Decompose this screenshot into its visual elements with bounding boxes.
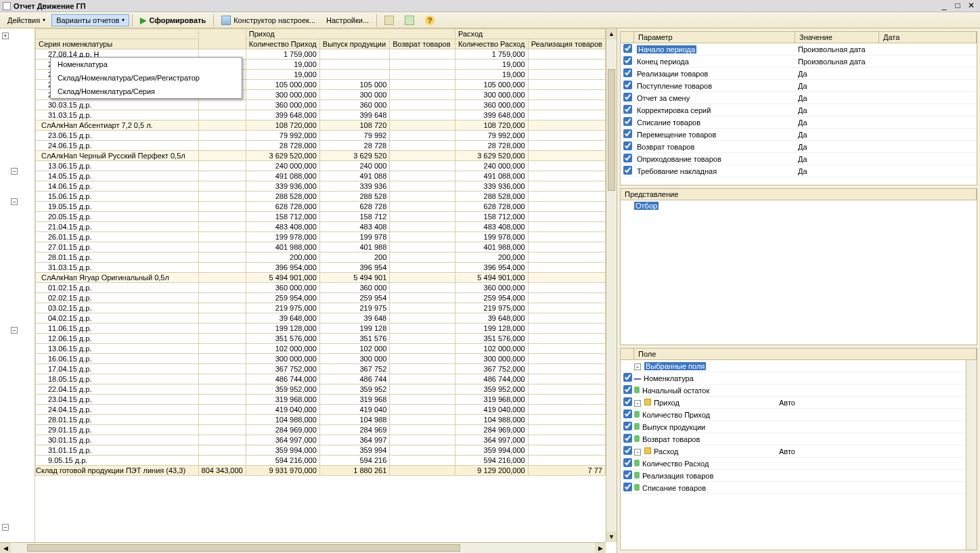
row-name[interactable]: 21.04.15 д.р.: [36, 222, 199, 232]
param-checkbox[interactable]: [623, 141, 632, 150]
cell[interactable]: [528, 242, 605, 252]
cell[interactable]: 7 77: [528, 466, 605, 476]
param-value[interactable]: Да: [795, 70, 879, 78]
param-checkbox[interactable]: [623, 154, 632, 162]
field-row[interactable]: Списание товаров: [621, 482, 966, 494]
cell[interactable]: [390, 313, 455, 324]
param-value[interactable]: Да: [795, 82, 879, 90]
cell[interactable]: [198, 161, 246, 171]
cell[interactable]: 401 988,000: [455, 242, 528, 252]
cell[interactable]: [390, 415, 455, 425]
cell[interactable]: 288 528: [319, 192, 389, 202]
cell[interactable]: [198, 232, 246, 242]
row-name[interactable]: 11.06.15 д.р.: [36, 324, 199, 334]
cell[interactable]: [390, 80, 455, 90]
cell[interactable]: [198, 222, 246, 232]
cell[interactable]: [528, 202, 605, 212]
help-button[interactable]: ?: [420, 14, 439, 27]
cell[interactable]: 19,000: [246, 70, 319, 80]
cell[interactable]: [198, 273, 246, 283]
cell[interactable]: 628 728,000: [455, 202, 528, 212]
cell[interactable]: [528, 435, 605, 445]
field-row[interactable]: - Приход Авто: [621, 397, 966, 409]
cell[interactable]: [528, 222, 605, 232]
cell[interactable]: 339 936,000: [246, 181, 319, 192]
cell[interactable]: [198, 263, 246, 273]
cell[interactable]: [390, 364, 455, 374]
cell[interactable]: [390, 242, 455, 252]
cell[interactable]: [528, 232, 605, 242]
restore-button[interactable]: □: [952, 1, 964, 11]
cell[interactable]: 319 968,000: [455, 395, 528, 405]
header-income[interactable]: Приход: [246, 29, 455, 39]
param-value[interactable]: Да: [795, 131, 879, 139]
cell[interactable]: 200: [319, 252, 389, 263]
param-checkbox[interactable]: [623, 44, 632, 53]
cell[interactable]: [390, 273, 455, 283]
cell[interactable]: 360 000,000: [455, 100, 528, 110]
variant-item[interactable]: Склад/Номенклатура/Серия/Регистратор: [51, 71, 242, 85]
collapse-toggle[interactable]: −: [2, 524, 9, 531]
cell[interactable]: [390, 141, 455, 151]
cell[interactable]: 364 997: [319, 435, 389, 445]
cell[interactable]: 19,000: [455, 70, 528, 80]
row-name[interactable]: 31.01.15 д.р.: [36, 445, 199, 456]
variant-item[interactable]: Номенклатура: [51, 58, 242, 71]
field-row[interactable]: - Расход Авто: [621, 445, 966, 458]
cell[interactable]: [390, 303, 455, 313]
param-row[interactable]: Поступление товаров Да: [621, 80, 977, 92]
field-checkbox[interactable]: [623, 434, 632, 443]
cell[interactable]: 364 997,000: [455, 435, 528, 445]
param-checkbox[interactable]: [623, 166, 632, 175]
cell[interactable]: [528, 303, 605, 313]
cell[interactable]: 219 975,000: [455, 303, 528, 313]
cell[interactable]: 300 000,000: [455, 90, 528, 100]
field-row[interactable]: Количество Приход: [621, 409, 966, 421]
field-row[interactable]: Номенклатура: [621, 372, 966, 384]
cell[interactable]: 300 000: [319, 90, 389, 100]
row-name[interactable]: 16.06.15 д.р.: [36, 354, 199, 364]
settings-button[interactable]: Настройки...: [321, 14, 374, 26]
cell[interactable]: 104 988: [319, 415, 389, 425]
cell[interactable]: [390, 354, 455, 364]
cell[interactable]: 102 000,000: [246, 344, 319, 354]
repr-head[interactable]: Представление: [621, 189, 977, 200]
cell[interactable]: 360 000: [319, 283, 389, 293]
param-checkbox[interactable]: [623, 129, 632, 138]
cell[interactable]: [198, 324, 246, 334]
cell[interactable]: [198, 212, 246, 222]
param-value[interactable]: Произвольная дата: [795, 45, 879, 53]
cell[interactable]: [528, 141, 605, 151]
param-row[interactable]: Отчет за смену Да: [621, 92, 977, 104]
generate-button[interactable]: ▶Сформировать: [135, 14, 210, 27]
cell[interactable]: [528, 60, 605, 70]
param-row[interactable]: Начало периода Произвольная дата: [621, 43, 977, 56]
field-checkbox[interactable]: [623, 397, 632, 406]
param-row[interactable]: Возврат товаров Да: [621, 141, 977, 153]
cell[interactable]: 240 000,000: [246, 161, 319, 171]
cell[interactable]: 396 954,000: [246, 263, 319, 273]
cell[interactable]: [528, 384, 605, 395]
cell[interactable]: [528, 80, 605, 90]
param-row[interactable]: Требование накладная Да: [621, 165, 977, 177]
param-row[interactable]: Списание товаров Да: [621, 116, 977, 129]
cell[interactable]: 300 000: [319, 354, 389, 364]
cell[interactable]: 108 720: [319, 120, 389, 131]
cell[interactable]: [198, 151, 246, 161]
cell[interactable]: 199 978: [319, 232, 389, 242]
cell[interactable]: [528, 151, 605, 161]
row-name[interactable]: 31.03.15 д.р.: [36, 263, 199, 273]
row-name[interactable]: 19.05.15 д.р.: [36, 202, 199, 212]
row-name[interactable]: 17.04.15 д.р.: [36, 364, 199, 374]
cell[interactable]: 359 952,000: [455, 384, 528, 395]
cell[interactable]: 105 000: [319, 80, 389, 90]
cell[interactable]: [319, 49, 389, 60]
cell[interactable]: 3 629 520,000: [246, 151, 319, 161]
param-value[interactable]: Да: [795, 167, 879, 175]
cell[interactable]: 364 997,000: [246, 435, 319, 445]
field-checkbox[interactable]: [623, 446, 632, 455]
cell[interactable]: [198, 120, 246, 131]
cell[interactable]: 300 000,000: [246, 354, 319, 364]
cell[interactable]: [198, 425, 246, 435]
cell[interactable]: 108 720,000: [246, 120, 319, 131]
